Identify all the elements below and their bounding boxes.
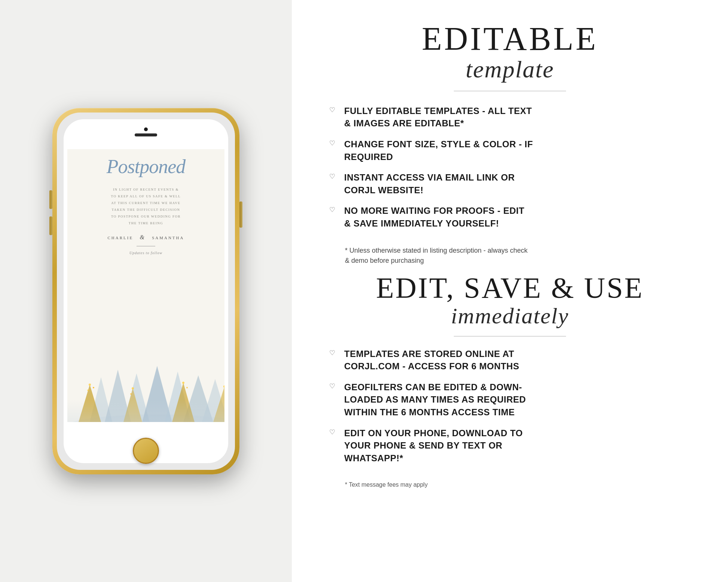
disclaimer-1: * Unless otherwise stated in listing des… [345,246,691,266]
edit-save-use-heading: EDIT, SAVE & USE [329,273,691,302]
phone-mockup: Postponed IN LIGHT OF RECENT EVENTS & TO… [52,108,239,474]
feature-text-6: GEOFILTERS CAN BE EDITED & DOWN-LOADED A… [344,381,526,419]
screen-body-text: IN LIGHT OF RECENT EVENTS & TO KEEP ALL … [104,186,189,227]
heading-divider-2 [454,336,566,336]
heart-icon-1: ♡ [329,105,335,115]
phone-home-button[interactable] [133,438,159,464]
svg-point-19 [223,385,224,388]
heart-icon-2: ♡ [329,139,335,148]
feature-item-2: ♡ CHANGE FONT SIZE, STYLE & COLOR - IFRE… [329,138,691,163]
screen-divider [137,246,155,246]
name1: CHARLIE [108,235,134,240]
phone-body: Postponed IN LIGHT OF RECENT EVENTS & TO… [52,108,239,474]
svg-point-14 [93,387,94,388]
immediately-heading-script: immediately [329,302,691,329]
phone-inner: Postponed IN LIGHT OF RECENT EVENTS & TO… [57,113,235,470]
left-panel: Postponed IN LIGHT OF RECENT EVENTS & TO… [0,0,292,582]
svg-rect-20 [67,400,224,422]
right-panel: EDITABLE template ♡ FULLY EDITABLE TEMPL… [292,0,728,582]
svg-point-15 [132,387,134,389]
feature-text-3: INSTANT ACCESS VIA EMAIL LINK ORCORJL WE… [344,171,515,196]
disclaimer-2: * Text message fees may apply [345,481,691,489]
heart-icon-4: ♡ [329,205,335,215]
svg-point-12 [89,384,91,386]
phone-screen-content: Postponed IN LIGHT OF RECENT EVENTS & TO… [67,149,224,422]
features-list-bottom: ♡ TEMPLATES ARE STORED ONLINE ATCORJL.CO… [329,348,691,473]
feature-item-7: ♡ EDIT ON YOUR PHONE, DOWNLOAD TOYOUR PH… [329,427,691,465]
couple-names: CHARLIE & SAMANTHA [108,234,184,241]
template-heading-script: template [329,55,691,84]
phone-top-bar [64,127,228,136]
ampersand-script: & [140,234,145,240]
power-button [239,201,242,228]
heart-icon-6: ♡ [329,382,335,391]
heart-icon-3: ♡ [329,172,335,181]
phone-speaker [135,133,157,136]
feature-item-6: ♡ GEOFILTERS CAN BE EDITED & DOWN-LOADED… [329,381,691,419]
feature-item-5: ♡ TEMPLATES ARE STORED ONLINE ATCORJL.CO… [329,348,691,373]
features-list-top: ♡ FULLY EDITABLE TEMPLATES - ALL TEXT& I… [329,105,691,238]
phone-screen-area: Postponed IN LIGHT OF RECENT EVENTS & TO… [64,119,228,463]
editable-heading: EDITABLE [329,22,691,55]
feature-item-3: ♡ INSTANT ACCESS VIA EMAIL LINK ORCORJL … [329,171,691,196]
postponed-title: Postponed [107,156,186,177]
heart-icon-7: ♡ [329,428,335,437]
volume-up-button [49,190,52,209]
feature-text-2: CHANGE FONT SIZE, STYLE & COLOR - IFREQU… [344,138,533,163]
phone-camera [144,127,148,131]
svg-point-18 [186,387,188,388]
feature-text-7: EDIT ON YOUR PHONE, DOWNLOAD TOYOUR PHON… [344,427,523,465]
name2: SAMANTHA [152,235,184,240]
feature-text-4: NO MORE WAITING FOR PROOFS - EDIT& SAVE … [344,204,524,230]
feature-item-4: ♡ NO MORE WAITING FOR PROOFS - EDIT& SAV… [329,204,691,230]
tree-illustration [67,347,224,422]
updates-text: Updates to follow [129,251,162,255]
svg-point-17 [182,382,184,384]
svg-point-16 [130,393,132,395]
heading-divider-1 [454,91,566,91]
feature-text-5: TEMPLATES ARE STORED ONLINE ATCORJL.COM … [344,348,519,373]
svg-point-13 [87,389,89,391]
volume-down-button [49,216,52,235]
feature-text-1: FULLY EDITABLE TEMPLATES - ALL TEXT& IMA… [344,105,532,130]
heart-icon-5: ♡ [329,348,335,358]
feature-item-1: ♡ FULLY EDITABLE TEMPLATES - ALL TEXT& I… [329,105,691,130]
